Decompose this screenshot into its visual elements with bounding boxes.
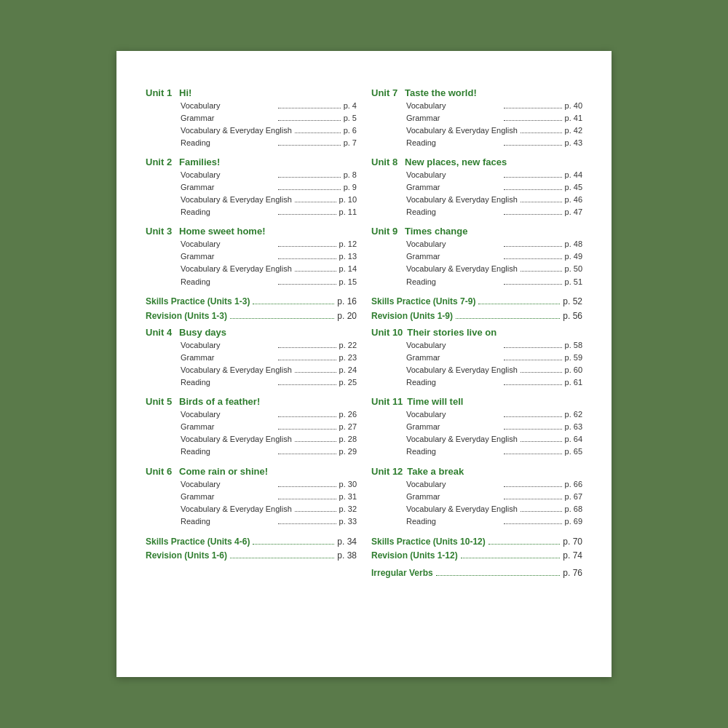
sub-item: Vocabularyp. 4 [181,100,357,112]
dot-leader [456,309,560,319]
sub-item: Grammarp. 27 [181,421,357,433]
sub-item-label: Vocabulary & Everyday English [181,364,292,376]
sub-item: Readingp. 33 [181,515,357,528]
sub-item: Vocabulary & Everyday Englishp. 28 [181,433,357,446]
sub-item-label: Grammar [181,352,275,364]
sub-item: Vocabularyp. 12 [181,238,357,250]
sub-item-page: p. 28 [339,433,357,446]
unit-number: Unit 6 [146,466,175,477]
sub-item-page: p. 42 [565,124,582,137]
sub-item-page: p. 62 [565,408,582,421]
sub-item: Vocabulary & Everyday Englishp. 32 [181,503,357,515]
sub-item-label: Vocabulary [181,478,275,491]
sub-items: Vocabularyp. 40Grammarp. 41Vocabulary & … [371,100,582,149]
dot-leader [295,127,341,133]
sub-item-label: Vocabulary & Everyday English [181,263,292,275]
sub-item-label: Vocabulary & Everyday English [181,194,292,206]
sub-item-page: p. 11 [339,206,357,218]
sub-item-page: p. 64 [565,433,582,446]
sub-item-page: p. 41 [565,112,582,124]
sub-item-label: Reading [406,137,501,149]
skills-label: Skills Practice (Units 1-3) [146,296,250,306]
unit-name: Families! [179,157,357,167]
skills-page: p. 34 [337,537,357,547]
unit-number: Unit 12 [371,466,403,477]
sub-item-label: Reading [181,206,275,218]
sub-item: Vocabularyp. 44 [406,169,582,181]
dot-leader [295,196,336,202]
dot-leader [278,518,336,524]
sub-item-page: p. 47 [565,206,582,218]
unit-name: Take a break [407,466,582,477]
sub-item-page: p. 14 [339,263,357,275]
sub-item-label: Vocabulary [181,238,275,250]
unit-name: Hi! [179,87,357,98]
sub-item-page: p. 32 [339,503,357,515]
dot-leader [278,448,336,455]
sub-item-page: p. 9 [344,181,357,194]
unit-title: Unit 2Families! [146,157,357,167]
sub-item-page: p. 10 [339,194,357,206]
sub-items: Vocabularyp. 66Grammarp. 67Vocabulary & … [371,478,582,528]
sub-item: Grammarp. 41 [406,112,582,124]
dot-leader [504,278,562,285]
dot-leader [278,171,341,178]
unit-title: Unit 7Taste the world! [371,87,582,98]
sub-item: Vocabulary & Everyday Englishp. 64 [406,433,582,446]
skills-page: p. 70 [563,537,582,547]
sub-items: Vocabularyp. 48Grammarp. 49Vocabulary & … [371,238,582,288]
unit-block: Unit 11Time will tellVocabularyp. 62Gram… [371,396,582,458]
dot-leader [230,550,334,559]
skills-line: Skills Practice (Units 1-3)p. 16 [146,296,357,307]
sub-items: Vocabularyp. 26Grammarp. 27Vocabulary & … [146,408,357,458]
dot-leader [504,354,562,360]
skills-label: Skills Practice (Units 4-6) [146,537,250,547]
sub-item-label: Vocabulary [406,478,501,491]
dot-leader [230,309,334,319]
dot-leader [295,366,336,373]
revision-line: Revision (Units 1-3)p. 20 [146,309,357,321]
sub-item-page: p. 46 [565,194,582,206]
dot-leader [521,127,562,133]
sub-items: Vocabularyp. 8Grammarp. 9Vocabulary & Ev… [146,169,357,218]
sub-item-label: Vocabulary [406,169,501,181]
dot-leader [504,171,562,178]
unit-title: Unit 8New places, new faces [371,157,582,167]
left-column: Unit 1Hi!Vocabularyp. 4Grammarp. 5Vocabu… [146,87,357,584]
unit-number: Unit 9 [371,226,400,237]
sub-item-page: p. 48 [565,238,582,250]
dot-leader [278,379,336,386]
dot-leader [278,102,341,108]
skills-label: Skills Practice (Units 7-9) [371,296,475,306]
dot-leader [504,518,562,524]
dot-leader [478,296,560,305]
sub-item-label: Reading [406,446,501,458]
sub-item-label: Vocabulary [181,408,275,421]
sub-item-page: p. 4 [344,100,357,112]
dot-leader [521,436,562,443]
sub-item: Vocabulary & Everyday Englishp. 60 [406,364,582,376]
sub-item: Readingp. 69 [406,515,582,528]
sub-item-page: p. 49 [565,250,582,263]
sub-item-label: Vocabulary [181,169,275,181]
sub-item: Vocabularyp. 8 [181,169,357,181]
sub-item: Readingp. 51 [406,276,582,288]
sub-item-page: p. 31 [339,491,357,503]
sub-item-page: p. 69 [565,515,582,528]
unit-number: Unit 11 [371,396,403,407]
sub-item-page: p. 29 [339,446,357,458]
unit-name: Home sweet home! [179,226,357,237]
dot-leader [504,139,562,146]
dot-leader [504,241,562,248]
sub-item-label: Reading [406,515,501,528]
unit-title: Unit 11Time will tell [371,396,582,407]
page: Unit 1Hi!Vocabularyp. 4Grammarp. 5Vocabu… [116,51,612,677]
dot-leader [278,253,336,260]
unit-block: Unit 4Busy daysVocabularyp. 22Grammarp. … [146,327,357,389]
sub-item-label: Grammar [406,352,501,364]
sub-items: Vocabularyp. 30Grammarp. 31Vocabulary & … [146,478,357,528]
sub-item: Vocabulary & Everyday Englishp. 42 [406,124,582,137]
revision-label: Revision (Units 1-6) [146,550,227,561]
sub-item: Readingp. 61 [406,376,582,389]
revision-page: p. 38 [337,550,357,561]
